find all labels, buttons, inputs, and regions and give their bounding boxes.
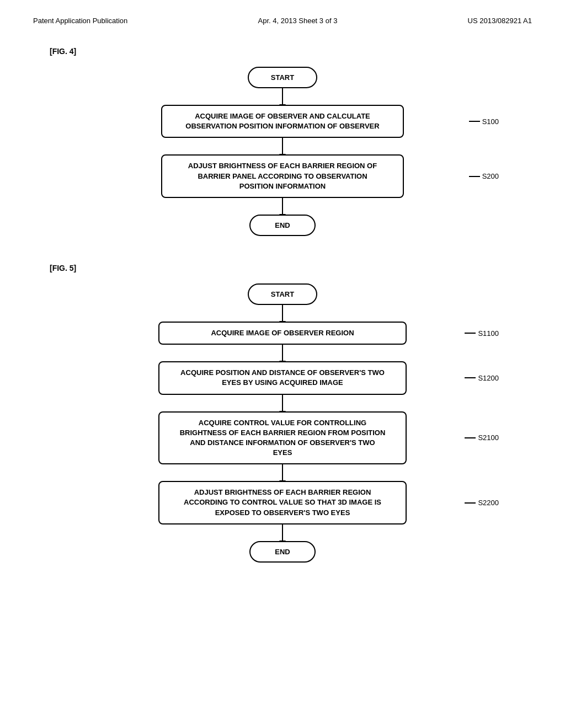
fig4-s200-text: ADJUST BRIGHTNESS OF EACH BARRIER REGION… (188, 162, 377, 190)
fig5-arrow-4 (282, 464, 283, 481)
header-left: Patent Application Publication (33, 17, 127, 25)
fig5-s2100-row: ACQUIRE CONTROL VALUE FOR CONTROLLINGBRI… (33, 411, 532, 465)
fig5-start-node: START (248, 283, 317, 305)
fig5-end-node: END (249, 541, 316, 563)
fig5-s1200-row: ACQUIRE POSITION AND DISTANCE OF OBSERVE… (33, 361, 532, 394)
fig5-s2200-text: ADJUST BRIGHTNESS OF EACH BARRIER REGION… (184, 488, 381, 516)
fig4-flowchart: START ACQUIRE IMAGE OF OBSERVER AND CALC… (33, 67, 532, 236)
fig5-s2100-node: ACQUIRE CONTROL VALUE FOR CONTROLLINGBRI… (158, 411, 407, 465)
fig5-section: [FIG. 5] START ACQUIRE IMAGE OF OBSERVER… (33, 264, 532, 563)
fig5-s1100-label: S1100 (465, 329, 499, 338)
fig5-s1100-node: ACQUIRE IMAGE OF OBSERVER REGION (158, 322, 407, 345)
fig4-end-row: END (33, 215, 532, 236)
fig5-s2100-label: S2100 (465, 433, 499, 442)
header-right: US 2013/082921 A1 (468, 17, 532, 25)
page: Patent Application Publication Apr. 4, 2… (0, 0, 565, 728)
fig4-arrow-2 (282, 138, 283, 154)
fig5-s1100-text: ACQUIRE IMAGE OF OBSERVER REGION (211, 329, 354, 337)
page-header: Patent Application Publication Apr. 4, 2… (33, 17, 532, 25)
fig5-s1200-node: ACQUIRE POSITION AND DISTANCE OF OBSERVE… (158, 361, 407, 394)
fig5-s1100-row: ACQUIRE IMAGE OF OBSERVER REGION S1100 (33, 322, 532, 345)
fig5-arrow-5 (282, 524, 283, 541)
fig4-s200-label: S200 (469, 172, 499, 180)
fig5-start-row: START (33, 283, 532, 305)
fig5-label: [FIG. 5] (50, 264, 532, 272)
fig5-arrow-3 (282, 395, 283, 411)
fig5-flowchart: START ACQUIRE IMAGE OF OBSERVER REGION S… (33, 283, 532, 563)
fig4-end-node: END (249, 215, 316, 236)
fig4-section: [FIG. 4] START ACQUIRE IMAGE OF OBSERVER… (33, 47, 532, 236)
fig5-s2200-node: ADJUST BRIGHTNESS OF EACH BARRIER REGION… (158, 481, 407, 524)
fig5-s2200-label: S2200 (465, 499, 499, 507)
fig4-s100-text: ACQUIRE IMAGE OF OBSERVER AND CALCULATEO… (185, 112, 379, 130)
header-center: Apr. 4, 2013 Sheet 3 of 3 (258, 17, 338, 25)
fig4-label: [FIG. 4] (50, 47, 532, 56)
fig5-arrow-2 (282, 345, 283, 361)
fig5-s2200-row: ADJUST BRIGHTNESS OF EACH BARRIER REGION… (33, 481, 532, 524)
fig4-s200-node: ADJUST BRIGHTNESS OF EACH BARRIER REGION… (161, 154, 404, 198)
fig5-end-row: END (33, 541, 532, 563)
fig4-s200-row: ADJUST BRIGHTNESS OF EACH BARRIER REGION… (33, 154, 532, 198)
fig5-s1200-label: S1200 (465, 374, 499, 382)
fig4-s100-row: ACQUIRE IMAGE OF OBSERVER AND CALCULATEO… (33, 105, 532, 138)
fig4-arrow-3 (282, 198, 283, 215)
fig4-start-node: START (248, 67, 317, 88)
fig5-s1200-text: ACQUIRE POSITION AND DISTANCE OF OBSERVE… (180, 368, 385, 387)
fig4-arrow-1 (282, 88, 283, 105)
fig4-start-row: START (33, 67, 532, 88)
fig5-arrow-1 (282, 305, 283, 322)
fig5-s2100-text: ACQUIRE CONTROL VALUE FOR CONTROLLINGBRI… (180, 419, 386, 457)
fig4-s100-label: S100 (469, 117, 499, 126)
fig4-s100-node: ACQUIRE IMAGE OF OBSERVER AND CALCULATEO… (161, 105, 404, 138)
